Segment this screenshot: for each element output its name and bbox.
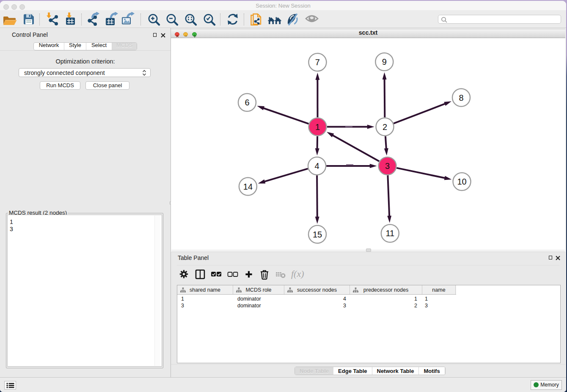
svg-text:1: 1 — [315, 122, 320, 132]
svg-text:10: 10 — [457, 177, 466, 186]
svg-text:4: 4 — [314, 161, 319, 171]
svg-text:3: 3 — [385, 161, 390, 171]
svg-text:14: 14 — [243, 182, 253, 191]
svg-text:8: 8 — [459, 93, 463, 102]
svg-text:2: 2 — [383, 122, 387, 132]
svg-text:6: 6 — [245, 98, 249, 107]
svg-text:11: 11 — [385, 229, 394, 238]
svg-text:15: 15 — [313, 230, 322, 239]
svg-text:9: 9 — [382, 57, 387, 66]
svg-text:7: 7 — [315, 58, 320, 67]
